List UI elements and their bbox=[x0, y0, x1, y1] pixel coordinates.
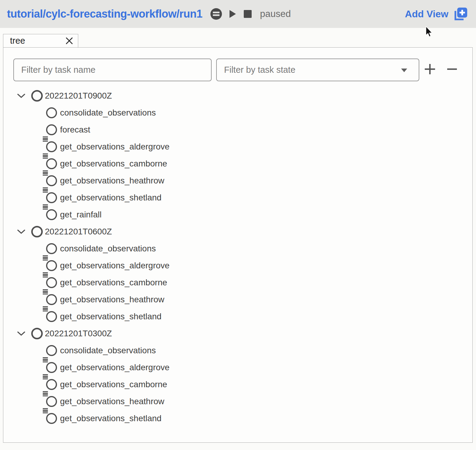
add-view-label: Add View bbox=[405, 8, 448, 20]
job-stack-icon bbox=[43, 170, 48, 176]
task-label[interactable]: get_rainfall bbox=[60, 210, 102, 220]
job-stack-icon bbox=[43, 187, 48, 193]
tree-view-panel: Filter by task state 20221201T0900Z cons… bbox=[3, 47, 473, 443]
waiting-circle-icon[interactable] bbox=[46, 277, 57, 288]
task-row[interactable]: consolidate_observations bbox=[3, 104, 472, 121]
task-row[interactable]: consolidate_observations bbox=[3, 240, 472, 257]
task-row[interactable]: get_rainfall bbox=[3, 206, 472, 223]
waiting-circle-icon[interactable] bbox=[46, 124, 57, 135]
task-row[interactable]: get_observations_shetland bbox=[3, 308, 472, 325]
job-stack-icon bbox=[43, 289, 48, 295]
cycle-point-row[interactable]: 20221201T0600Z bbox=[3, 223, 472, 240]
chevron-down-arrow-icon bbox=[401, 69, 407, 72]
waiting-circle-icon[interactable] bbox=[46, 396, 57, 407]
waiting-circle-icon[interactable] bbox=[46, 141, 57, 152]
task-label[interactable]: get_observations_camborne bbox=[60, 159, 167, 169]
job-stack-icon bbox=[43, 272, 48, 278]
close-icon bbox=[65, 37, 73, 45]
waiting-circle-icon[interactable] bbox=[46, 362, 57, 373]
waiting-circle-icon[interactable] bbox=[31, 226, 43, 237]
cursor-arrow bbox=[425, 26, 434, 38]
collapse-toggle[interactable] bbox=[17, 230, 25, 234]
task-row[interactable]: consolidate_observations bbox=[3, 342, 472, 359]
job-stack-icon bbox=[43, 306, 48, 312]
task-row[interactable]: get_observations_heathrow bbox=[3, 172, 472, 189]
collapse-toggle[interactable] bbox=[17, 331, 25, 336]
workflow-status-badge: paused bbox=[260, 8, 291, 19]
workflow-menu-icon bbox=[210, 8, 222, 20]
tab-tree[interactable]: tree bbox=[3, 34, 78, 47]
job-stack-icon bbox=[43, 153, 48, 159]
play-button[interactable] bbox=[230, 10, 236, 18]
task-label[interactable]: get_observations_heathrow bbox=[60, 397, 164, 406]
task-label[interactable]: get_observations_shetland bbox=[60, 193, 162, 203]
waiting-circle-icon[interactable] bbox=[31, 90, 43, 102]
task-row[interactable]: get_observations_heathrow bbox=[3, 393, 472, 410]
task-label[interactable]: get_observations_heathrow bbox=[60, 176, 164, 186]
waiting-circle-icon[interactable] bbox=[46, 345, 57, 356]
waiting-circle-icon[interactable] bbox=[46, 107, 57, 118]
waiting-circle-icon[interactable] bbox=[46, 260, 57, 271]
waiting-circle-icon[interactable] bbox=[46, 209, 57, 220]
job-stack-icon bbox=[43, 136, 48, 142]
job-stack-icon bbox=[43, 374, 48, 380]
task-row[interactable]: get_observations_camborne bbox=[3, 155, 472, 172]
expand-all-button[interactable] bbox=[424, 63, 436, 75]
task-label[interactable]: get_observations_heathrow bbox=[60, 295, 164, 304]
task-row[interactable]: get_observations_aldergrove bbox=[3, 257, 472, 274]
waiting-circle-icon[interactable] bbox=[46, 158, 57, 169]
task-row[interactable]: get_observations_aldergrove bbox=[3, 359, 472, 376]
task-label[interactable]: consolidate_observations bbox=[60, 244, 156, 254]
plus-icon bbox=[424, 63, 436, 75]
task-row[interactable]: get_observations_aldergrove bbox=[3, 138, 472, 155]
task-label[interactable]: forecast bbox=[60, 125, 90, 135]
filter-task-state-placeholder: Filter by task state bbox=[224, 65, 295, 75]
tab-tree-label: tree bbox=[10, 36, 25, 46]
waiting-circle-icon[interactable] bbox=[31, 328, 43, 339]
workflow-menu-button[interactable] bbox=[210, 8, 222, 20]
tab-close-button[interactable] bbox=[65, 37, 73, 45]
chevron-down-icon bbox=[17, 230, 25, 234]
filter-task-name-input[interactable] bbox=[13, 59, 212, 81]
waiting-circle-icon[interactable] bbox=[46, 311, 57, 322]
waiting-circle-icon[interactable] bbox=[46, 175, 57, 186]
waiting-circle-icon[interactable] bbox=[46, 243, 57, 254]
waiting-circle-icon[interactable] bbox=[46, 413, 57, 424]
workflow-header: tutorial/cylc-forecasting-workflow/run1 … bbox=[0, 0, 476, 28]
task-row[interactable]: get_observations_shetland bbox=[3, 189, 472, 206]
chevron-down-icon bbox=[17, 94, 25, 98]
add-view-button[interactable]: Add View bbox=[405, 7, 468, 21]
task-label[interactable]: consolidate_observations bbox=[60, 108, 156, 118]
task-label[interactable]: get_observations_aldergrove bbox=[60, 261, 169, 270]
job-stack-icon bbox=[43, 357, 48, 363]
job-stack-icon bbox=[43, 391, 48, 397]
minus-icon bbox=[446, 63, 458, 75]
collapse-all-button[interactable] bbox=[446, 63, 458, 75]
stop-button[interactable] bbox=[244, 10, 252, 18]
task-label[interactable]: get_observations_shetland bbox=[60, 414, 162, 423]
waiting-circle-icon[interactable] bbox=[46, 192, 57, 203]
task-row[interactable]: get_observations_shetland bbox=[3, 410, 472, 427]
task-label[interactable]: get_observations_aldergrove bbox=[60, 363, 169, 372]
task-row[interactable]: forecast bbox=[3, 121, 472, 138]
task-row[interactable]: get_observations_camborne bbox=[3, 376, 472, 393]
task-row[interactable]: get_observations_heathrow bbox=[3, 291, 472, 308]
waiting-circle-icon[interactable] bbox=[46, 379, 57, 390]
cycle-point-label[interactable]: 20221201T0300Z bbox=[45, 329, 112, 338]
job-stack-icon bbox=[43, 408, 48, 414]
task-label[interactable]: get_observations_camborne bbox=[60, 380, 167, 389]
task-label[interactable]: get_observations_aldergrove bbox=[60, 142, 169, 152]
task-label[interactable]: get_observations_camborne bbox=[60, 278, 167, 287]
task-row[interactable]: get_observations_camborne bbox=[3, 274, 472, 291]
cycle-point-row[interactable]: 20221201T0300Z bbox=[3, 325, 472, 342]
workflow-title-link[interactable]: tutorial/cylc-forecasting-workflow/run1 bbox=[7, 8, 203, 20]
cycle-point-row[interactable]: 20221201T0900Z bbox=[3, 87, 472, 104]
filter-task-state-select[interactable]: Filter by task state bbox=[216, 59, 419, 81]
job-stack-icon bbox=[43, 204, 48, 210]
cycle-point-label[interactable]: 20221201T0600Z bbox=[45, 227, 112, 237]
task-label[interactable]: consolidate_observations bbox=[60, 346, 156, 355]
cycle-point-label[interactable]: 20221201T0900Z bbox=[45, 91, 112, 101]
waiting-circle-icon[interactable] bbox=[46, 294, 57, 305]
collapse-toggle[interactable] bbox=[17, 94, 25, 98]
task-label[interactable]: get_observations_shetland bbox=[60, 312, 162, 321]
